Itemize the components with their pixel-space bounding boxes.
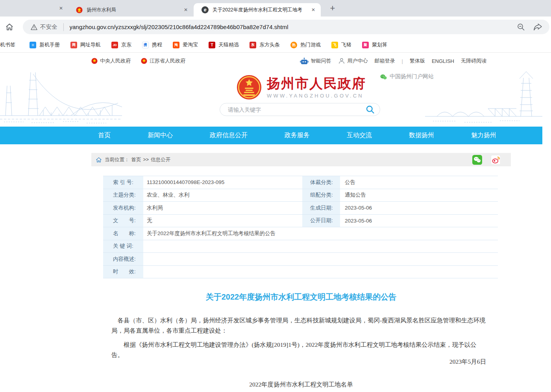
bookmark-item[interactable]: ≡ 新机手册 [30,41,60,48]
meta-label: 公开日期: [302,215,340,227]
bookmark-icon: 淘 [173,42,179,48]
site-url-text: WWW.YANGZHOU.GOV.CN [267,93,366,99]
meta-label: 生成日期: [302,202,340,214]
address-bar[interactable]: 不安全 yangzhou.gov.cn/yzszxxgk/slj/202305/… [23,20,549,34]
nav-item-data[interactable]: 数据扬州 [409,131,434,140]
bookmark-item[interactable]: 聚 聚划算 [362,41,387,48]
english-link[interactable]: ENGLISH [432,58,454,64]
bookmark-label: 热门游戏 [300,41,321,48]
new-tab-button[interactable]: + [327,3,338,14]
link-central-gov[interactable]: 中央人民政府 [91,57,131,64]
search-icon[interactable] [365,105,375,114]
meta-label: 组配分类: [302,189,340,202]
user-center-label: 用户中心 [348,57,368,64]
bookmark-label: 聚划算 [372,41,387,48]
wechat-bubbles-icon [380,74,387,80]
meta-label: 时 效: [103,266,144,278]
bookmark-label: 携程 [152,41,162,48]
nav-item-news[interactable]: 新闻中心 [148,131,173,140]
meta-label: 文 号: [103,215,144,227]
tab-water-bureau[interactable]: 扬州市水利局 ✕ [69,3,193,17]
bookmark-item[interactable]: 飞 飞猪 [331,41,351,48]
smart-qa-link[interactable]: 智能问答 [300,57,331,65]
nav-item-info-disclosure[interactable]: 政府信息公开 [210,131,248,140]
tab-announcement[interactable]: e 关于2022年度扬州市水利工程文明工地考 ✕ [194,3,321,17]
share-icon[interactable] [533,23,542,31]
meta-label: 发布机构: [103,202,144,214]
tab-title: 关于2022年度扬州市水利工程文明工地考 [213,7,307,13]
gov-emblem-icon [141,58,147,64]
tab-title: 扬州市水利局 [87,7,180,13]
breadcrumb-separator: >> [143,157,149,162]
divider [63,23,64,31]
accessibility-link[interactable]: 无障碍阅读 [461,57,486,64]
browser-window: ✕ 扬州市水利局 ✕ e 关于2022年度扬州市水利工程文明工地考 ✕ + 不安… [0,0,551,392]
article-paragraph: 根据《扬州市水利工程文明工地建设管理办法》(扬水规[2019]1号)，2022年… [111,340,486,360]
nav-item-home[interactable]: 首页 [98,131,111,140]
meta-value: 关于2022年度扬州市水利工程文明工地考核结果的公告 [144,227,498,240]
meta-label: 主题分类: [103,189,144,202]
gov-top-bar: 中央人民政府 江苏省人民政府 智能问答 用户中心 邮箱登录 | 繁体版 ENGL… [0,53,542,69]
wechat-share-icon[interactable] [472,155,482,165]
robot-icon [300,57,309,65]
meta-label: 名 称: [103,227,144,240]
zoom-out-icon[interactable] [517,23,525,31]
bookmark-icon: 携 [142,42,149,48]
nav-item-interaction[interactable]: 互动交流 [347,131,372,140]
bookmark-icon: 东 [250,42,256,48]
link-jiangsu-gov[interactable]: 江苏省人民政府 [141,57,185,64]
user-center-link[interactable]: 用户中心 [338,57,368,64]
url-text[interactable]: yangzhou.gov.cn/yzszxxgk/slj/202305/210c… [70,24,288,30]
breadcrumb-current-link[interactable]: 信息公开 [151,156,170,163]
smart-qa-label: 智能问答 [311,57,331,64]
nav-item-services[interactable]: 政务服务 [285,131,310,140]
bookmark-icon: 网 [70,42,77,48]
close-icon[interactable]: ✕ [57,5,65,12]
portal-link[interactable]: 中国扬州门户网站 [380,73,434,80]
meta-value: 水利局 [144,202,302,214]
main-nav: 首页 新闻中心 政府信息公开 政务服务 互动交流 数据扬州 魅力扬州 [0,127,542,144]
breadcrumb-home-link[interactable]: 首页 [131,156,141,163]
home-icon[interactable] [4,22,15,32]
bridge-art-right [425,69,542,125]
bookmark-item[interactable]: 东 东方头条 [250,41,280,48]
site-logo[interactable]: 扬州市人民政府 WWW.YANGZHOU.GOV.CN [236,74,366,100]
bookmark-icon: T [209,42,215,48]
meta-value: 通知公告 [340,189,498,202]
table-row: 名 称: 关于2022年度扬州市水利工程文明工地考核结果的公告 [103,227,498,240]
article-body: 各县（市、区）水利（务）局，扬州经济开发区城乡事务管理局，生态科技新城规划建设局… [111,315,486,360]
bookmark-icon: JD [111,42,118,48]
bookmark-item[interactable]: JD 京东 [111,41,131,48]
traditional-link[interactable]: 繁体版 [410,57,425,64]
warning-icon[interactable] [31,24,37,30]
search-input[interactable] [227,106,365,113]
bookmark-item[interactable]: 热 热门游戏 [290,41,321,48]
bookmark-item[interactable]: T 天猫精选 [209,41,239,48]
bookmarks-bar: 机书签 ≡ 新机手册 网 网址导航 JD 京东 携 携程 淘 爱淘宝 T 天猫精… [0,37,551,53]
gov-link-label: 中央人民政府 [100,57,131,64]
nav-item-charm[interactable]: 魅力扬州 [471,131,496,140]
close-icon[interactable]: ✕ [182,6,189,13]
table-row: 发布机构: 水利局 生成日期: 2023-05-06 [103,202,498,215]
home-icon[interactable] [96,157,102,162]
bookmark-item[interactable]: 淘 爱淘宝 [173,41,198,48]
table-row: 索 引 号: 11321000014407098E-2023-095 体裁分类:… [103,176,498,189]
bookmark-item[interactable]: 网 网址导航 [70,41,101,48]
site-name: 扬州市人民政府 [267,76,366,91]
person-icon [338,57,345,64]
close-icon[interactable]: ✕ [310,6,317,13]
bookmark-label: 新机手册 [39,41,60,48]
bookmark-item[interactable]: 携 携程 [142,41,162,48]
tab-bar: ✕ 扬州市水利局 ✕ e 关于2022年度扬州市水利工程文明工地考 ✕ + [0,0,551,17]
portal-label: 中国扬州门户网站 [390,73,434,80]
weibo-share-icon[interactable] [491,155,501,165]
meta-value [144,253,498,265]
article-list-title: 2022年度扬州市水利工程文明工地名单 [91,381,511,389]
table-row: 关 键 词: [103,240,498,253]
bookmark-partial[interactable]: 机书签 [0,41,19,48]
mail-login-link[interactable]: 邮箱登录 [375,57,395,64]
meta-value: 11321000014407098E-2023-095 [144,176,302,189]
meta-label: 内容概述: [103,253,144,265]
meta-value: 公告 [340,176,498,189]
bookmark-icon: 聚 [362,42,369,48]
